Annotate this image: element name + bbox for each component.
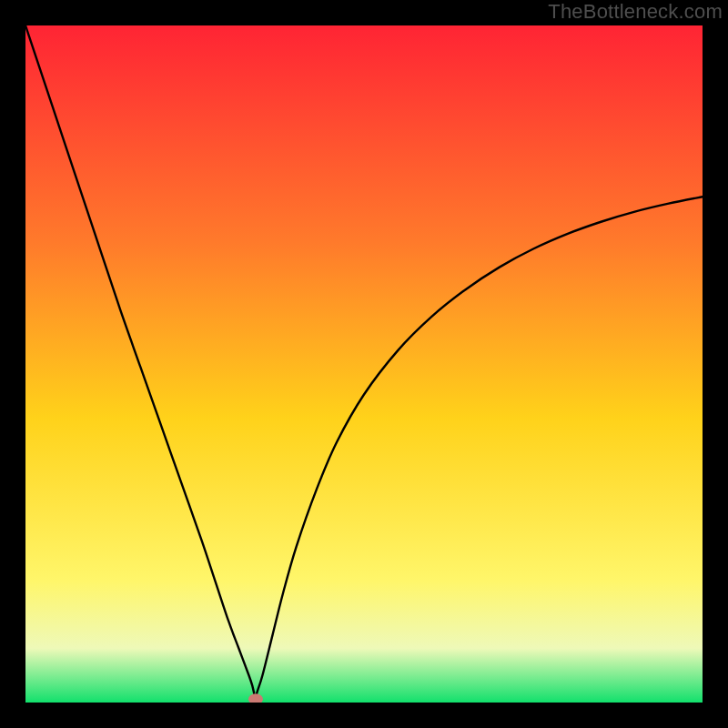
chart-svg bbox=[25, 25, 703, 703]
plot-area bbox=[25, 25, 703, 703]
watermark-text: TheBottleneck.com bbox=[548, 0, 723, 24]
gradient-background bbox=[25, 25, 703, 703]
chart-frame: TheBottleneck.com bbox=[0, 0, 728, 728]
